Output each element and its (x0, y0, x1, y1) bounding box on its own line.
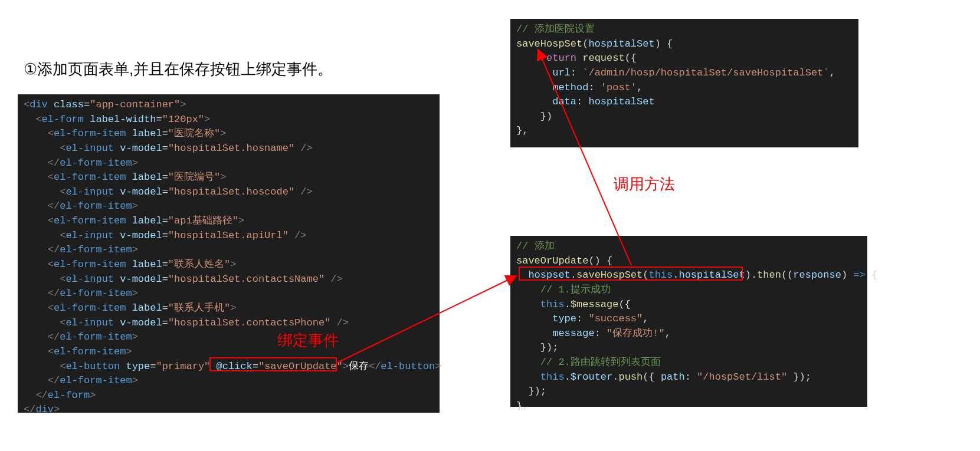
code-token: = (156, 114, 162, 125)
code-token (24, 274, 60, 285)
code-token: $router (571, 371, 612, 383)
code-token: </ (35, 390, 47, 401)
code-token: v-model (120, 230, 162, 241)
code-token: < (60, 361, 65, 372)
code-token: /> (330, 317, 349, 328)
code-token: > (204, 114, 210, 125)
code-token: 'post' (595, 82, 637, 93)
code-token: . (571, 269, 576, 281)
code-token: = (162, 215, 168, 226)
code-token: "hospitalSet.contactsName" (168, 274, 325, 285)
code-token: : (588, 82, 594, 93)
code-token: </ (48, 375, 60, 386)
code-token: > (132, 288, 138, 299)
heading-text: 添加页面表单,并且在保存按钮上绑定事件。 (37, 59, 333, 80)
code-token: el-form-item (54, 128, 126, 139)
code-token: "医院名称" (168, 128, 220, 139)
code-token: el-form-item (54, 259, 126, 270)
code-token: return (540, 52, 576, 64)
code-token: , (643, 313, 648, 324)
code-token: // 添加医院设置 (516, 24, 595, 35)
code-token: 保存 (349, 361, 369, 372)
code-block-method: // 添加saveOrUpdate() { hospset.saveHospSe… (510, 236, 867, 407)
code-token: > (126, 346, 132, 357)
code-token (24, 390, 35, 401)
code-token: v-model (120, 317, 162, 328)
code-line: <el-input v-model="hospitalSet.apiUrl" /… (24, 229, 434, 243)
code-token (516, 357, 540, 368)
code-token: el-input (65, 230, 114, 241)
code-token: = (84, 99, 90, 110)
code-token: }); (516, 342, 558, 353)
code-token: type (552, 313, 576, 324)
circle-marker: ① (24, 60, 37, 78)
code-token: < (48, 346, 54, 357)
code-token (24, 317, 60, 328)
code-token: el-form-item (60, 200, 132, 212)
code-token: el-form-item (60, 331, 132, 343)
code-token (576, 52, 582, 64)
code-token: class (54, 99, 84, 110)
code-token: > (132, 200, 138, 212)
code-token: el-button (381, 361, 435, 372)
code-token: type (126, 361, 150, 372)
code-token: "app-container" (90, 99, 180, 110)
code-token: </ (48, 157, 60, 169)
code-token (24, 157, 48, 169)
code-line: // 添加医院设置 (516, 22, 853, 37)
code-token: push (618, 371, 643, 383)
code-token: label (132, 302, 162, 314)
code-token (24, 244, 48, 255)
code-token (114, 317, 120, 328)
code-token: v-model (120, 274, 162, 285)
code-block-template: <div class="app-container"> <el-form lab… (18, 94, 440, 413)
code-token: < (24, 99, 30, 110)
code-token: > (435, 361, 441, 372)
code-token: path (661, 371, 685, 383)
code-token (516, 284, 540, 295)
code-token: /> (289, 230, 307, 241)
code-token: : (595, 328, 601, 339)
code-token (120, 361, 126, 372)
code-token: url (552, 67, 571, 78)
code-token: "医院编号" (168, 172, 220, 183)
code-token: method (552, 82, 588, 93)
code-token: = (162, 302, 168, 314)
code-token: > (90, 390, 96, 401)
code-token (210, 361, 216, 372)
code-token (24, 186, 60, 197)
code-line: saveOrUpdate() { (516, 254, 861, 269)
code-token: "/hospSet/list" (691, 371, 787, 383)
code-token (48, 99, 54, 110)
code-token (516, 96, 552, 107)
code-token: "保存成功!" (601, 328, 665, 339)
code-token: </ (48, 200, 60, 212)
code-token: . (565, 371, 571, 383)
code-token: = (162, 186, 168, 197)
code-token: hospitalSet (679, 269, 745, 281)
code-line: }); (516, 384, 861, 399)
code-line: <el-input v-model="hospitalSet.hoscode" … (24, 185, 434, 200)
code-token (24, 331, 48, 343)
code-token: </ (48, 331, 60, 343)
code-token: response (793, 269, 841, 281)
code-token: el-input (65, 317, 114, 328)
code-line: <el-form-item label="联系人姓名"> (24, 258, 434, 272)
code-token: </ (24, 404, 35, 415)
code-line: <div class="app-container"> (24, 98, 434, 113)
annotation-bind-event: 绑定事件 (277, 330, 339, 351)
code-token: "saveOrUpdate" (258, 361, 343, 372)
code-token: label (132, 259, 162, 270)
code-token: `/admin/hosp/hospitalSet/saveHospitalSet… (576, 67, 829, 78)
code-line: <el-form label-width="120px"> (24, 113, 434, 127)
code-token (24, 143, 60, 154)
code-token: // 1.提示成功 (540, 284, 611, 295)
code-token: @click (217, 361, 253, 372)
code-token: > (132, 244, 138, 255)
code-token: < (60, 230, 65, 241)
code-token: }); (516, 386, 546, 397)
code-token: = (162, 143, 168, 154)
annotation-call-method: 调用方法 (614, 174, 675, 195)
code-block-api: // 添加医院设置saveHospSet(hospitalSet) { retu… (510, 19, 858, 147)
code-token: saveHospSet (516, 38, 582, 50)
